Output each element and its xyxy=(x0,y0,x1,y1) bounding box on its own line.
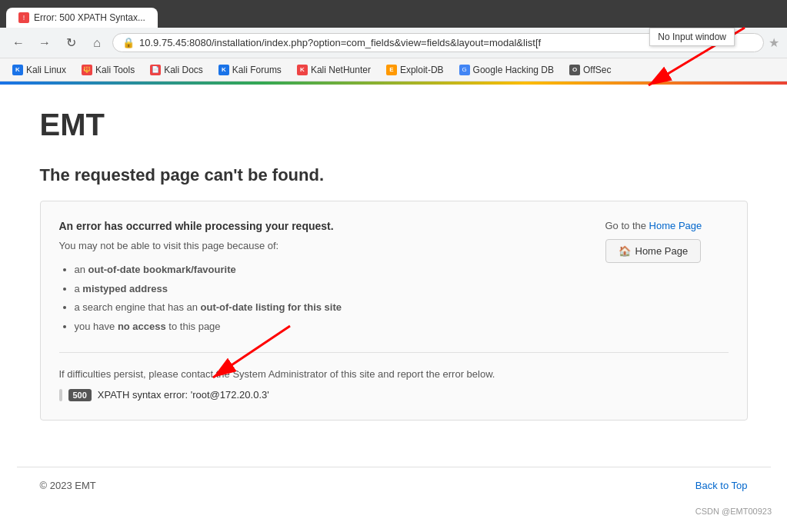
home-btn-icon: 🏠 xyxy=(619,245,631,257)
error-item-2-bold: out-of-date listing for this site xyxy=(201,301,342,313)
bookmark-favicon-kali-linux: K xyxy=(12,65,23,75)
error-log-text: XPATH syntax error: 'root@172.20.0.3' xyxy=(98,389,269,401)
bookmark-favicon-kali-tools: 🔱 xyxy=(82,65,92,75)
tab-bar: ! Error: 500 XPATH Syntax... No Input wi… xyxy=(0,0,787,28)
bookmark-label-exploit-db: Exploit-DB xyxy=(400,65,444,75)
forward-button[interactable]: → xyxy=(34,32,55,54)
error-box: An error has occurred while processing y… xyxy=(40,201,748,421)
error-item-3: you have no access to this page xyxy=(75,318,575,337)
error-item-0-bold: out-of-date bookmark/favourite xyxy=(88,264,236,275)
bookmark-label-kali-linux: Kali Linux xyxy=(26,65,66,75)
home-nav-button[interactable]: ⌂ xyxy=(86,32,108,54)
browser-chrome: ! Error: 500 XPATH Syntax... No Input wi… xyxy=(0,0,787,81)
error-sub-text: You may not be able to visit this page b… xyxy=(59,240,575,251)
no-input-tooltip: No Input window xyxy=(649,28,735,46)
watermark: CSDN @EMT00923 xyxy=(0,504,787,522)
bookmark-favicon-google-hacking-db: G xyxy=(459,65,470,75)
error-right: Go to the Home Page 🏠 Home Page xyxy=(605,220,729,263)
bookmark-kali-nethunter[interactable]: K Kali NetHunter xyxy=(291,63,377,77)
home-btn-label: Home Page xyxy=(635,245,689,257)
error-list: an out-of-date bookmark/favourite a mist… xyxy=(59,261,575,337)
back-to-top-link[interactable]: Back to Top xyxy=(695,480,748,491)
separator xyxy=(59,352,729,353)
watermark-text: CSDN @EMT00923 xyxy=(695,507,772,516)
bookmark-label-kali-nethunter: Kali NetHunter xyxy=(311,65,371,75)
page-main-heading: The requested page can't be found. xyxy=(40,165,748,185)
error-box-inner: An error has occurred while processing y… xyxy=(59,220,729,337)
page-content: EMT The requested page can't be found. A… xyxy=(17,85,771,451)
bookmark-label-offsec: OffSec xyxy=(583,65,611,75)
error-item-3-bold: no access xyxy=(118,321,166,332)
bookmark-star-icon[interactable]: ★ xyxy=(769,35,779,50)
browser-tab[interactable]: ! Error: 500 XPATH Syntax... xyxy=(6,8,158,28)
refresh-button[interactable]: ↻ xyxy=(60,32,82,54)
bookmark-label-kali-tools: Kali Tools xyxy=(95,65,135,75)
tab-favicon: ! xyxy=(18,12,29,23)
bookmark-google-hacking-db[interactable]: G Google Hacking DB xyxy=(453,63,560,77)
persist-text: If difficulties persist, please contact … xyxy=(59,368,729,380)
error-main-text: An error has occurred while processing y… xyxy=(59,220,575,232)
bookmark-kali-linux[interactable]: K Kali Linux xyxy=(6,63,72,77)
back-button[interactable]: ← xyxy=(8,32,29,54)
bookmark-kali-forums[interactable]: K Kali Forums xyxy=(212,63,288,77)
home-page-button[interactable]: 🏠 Home Page xyxy=(605,239,702,263)
bookmark-favicon-kali-nethunter: K xyxy=(297,65,308,75)
bookmark-kali-tools[interactable]: 🔱 Kali Tools xyxy=(75,63,141,77)
error-log-border xyxy=(59,389,62,401)
go-home-text: Go to the Home Page xyxy=(605,220,702,231)
bookmark-exploit-db[interactable]: E Exploit-DB xyxy=(380,63,450,77)
bookmark-kali-docs[interactable]: 📄 Kali Docs xyxy=(144,63,209,77)
persist-section: If difficulties persist, please contact … xyxy=(59,368,729,380)
bookmark-favicon-offsec: O xyxy=(569,65,580,75)
bookmark-label-google-hacking-db: Google Hacking DB xyxy=(473,65,554,75)
error-item-0: an out-of-date bookmark/favourite xyxy=(75,261,575,280)
error-badge: 500 xyxy=(68,389,92,401)
site-title: EMT xyxy=(40,100,748,150)
bookmark-favicon-kali-docs: 📄 xyxy=(150,65,161,75)
bookmark-offsec[interactable]: O OffSec xyxy=(563,63,617,77)
bookmark-label-kali-docs: Kali Docs xyxy=(164,65,203,75)
error-item-2: a search engine that has an out-of-date … xyxy=(75,298,575,318)
tab-label: Error: 500 XPATH Syntax... xyxy=(34,12,145,23)
lock-icon: 🔒 xyxy=(122,37,135,48)
bookmark-favicon-kali-forums: K xyxy=(218,65,229,75)
error-item-1: a mistyped address xyxy=(75,280,575,299)
page-wrapper: EMT The requested page can't be found. A… xyxy=(0,85,787,504)
error-item-1-bold: mistyped address xyxy=(82,283,168,294)
home-page-link[interactable]: Home Page xyxy=(649,220,702,231)
error-log-area: 500 XPATH syntax error: 'root@172.20.0.3… xyxy=(59,389,729,401)
bookmarks-bar: K Kali Linux 🔱 Kali Tools 📄 Kali Docs K … xyxy=(0,58,787,81)
page-footer: © 2023 EMT Back to Top xyxy=(17,467,771,504)
error-left: An error has occurred while processing y… xyxy=(59,220,575,337)
bookmark-favicon-exploit-db: E xyxy=(386,65,397,75)
error-log-content: 500 XPATH syntax error: 'root@172.20.0.3… xyxy=(68,389,269,401)
bookmark-label-kali-forums: Kali Forums xyxy=(232,65,282,75)
footer-copyright: © 2023 EMT xyxy=(40,480,96,491)
